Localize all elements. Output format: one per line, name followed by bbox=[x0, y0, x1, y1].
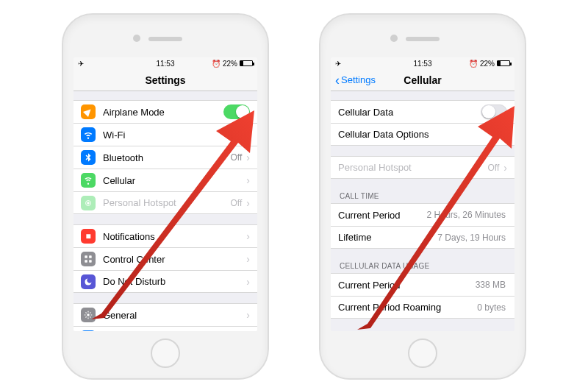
camera-dot bbox=[390, 35, 398, 42]
row-label: Do Not Disturb bbox=[103, 276, 243, 287]
row-label: Personal Hotspot bbox=[103, 197, 231, 208]
display-icon: AA bbox=[81, 330, 96, 331]
svg-point-6 bbox=[87, 313, 90, 316]
screen: ✈ 11:53 ⏰ 22% Settings Airplane Mode bbox=[74, 57, 257, 331]
home-button[interactable] bbox=[151, 338, 180, 368]
row-general[interactable]: General › bbox=[74, 303, 257, 326]
row-value: Off bbox=[488, 163, 500, 173]
battery-pct: 22% bbox=[480, 60, 495, 68]
back-label: Settings bbox=[341, 74, 376, 85]
row-hotspot: Personal Hotspot Off › bbox=[331, 156, 514, 179]
camera-dot bbox=[133, 35, 140, 42]
alarm-icon: ⏰ bbox=[469, 60, 478, 68]
wifi-icon bbox=[81, 127, 96, 142]
svg-rect-2 bbox=[85, 255, 87, 258]
row-notifications[interactable]: ■ Notifications › bbox=[74, 224, 257, 247]
bluetooth-icon bbox=[81, 150, 96, 165]
gear-icon bbox=[81, 308, 96, 322]
chevron-right-icon: › bbox=[246, 129, 250, 141]
row-lifetime: Lifetime 7 Days, 19 Hours bbox=[331, 226, 514, 249]
battery-pct: 22% bbox=[223, 60, 237, 68]
svg-rect-3 bbox=[89, 255, 92, 258]
navbar: Settings bbox=[74, 69, 257, 91]
cellular-data-toggle[interactable] bbox=[481, 104, 507, 119]
navbar: ‹ Settings Cellular bbox=[331, 69, 514, 91]
airplane-status-icon: ✈ bbox=[335, 60, 341, 68]
chevron-right-icon: › bbox=[503, 129, 507, 141]
row-label: Wi-Fi bbox=[103, 130, 231, 141]
row-label: Cellular Data bbox=[338, 107, 481, 118]
battery-icon bbox=[497, 60, 510, 66]
row-cellular[interactable]: Cellular › bbox=[74, 169, 257, 191]
status-bar: ✈ 11:53 ⏰ 22% bbox=[74, 57, 257, 69]
chevron-right-icon: › bbox=[503, 162, 507, 174]
row-bluetooth[interactable]: Bluetooth Off › bbox=[74, 146, 257, 169]
back-button[interactable]: ‹ Settings bbox=[335, 69, 376, 91]
row-current-period-data: Current Period 338 MB bbox=[331, 273, 514, 296]
row-label: Cellular Data Options bbox=[338, 129, 501, 140]
status-time: 11:53 bbox=[136, 60, 194, 68]
group-header-usage: Cellular Data Usage bbox=[331, 259, 514, 273]
row-label: Control Center bbox=[103, 254, 243, 265]
row-airplane-mode[interactable]: Airplane Mode bbox=[74, 100, 257, 123]
airplane-toggle[interactable] bbox=[223, 104, 250, 119]
group-header-apps: Use Cellular Data For: bbox=[331, 329, 514, 331]
row-wifi[interactable]: Wi-Fi Off › bbox=[74, 123, 257, 146]
svg-point-0 bbox=[87, 202, 90, 205]
row-hotspot: Personal Hotspot Off › bbox=[74, 191, 257, 214]
row-label: Airplane Mode bbox=[103, 107, 223, 118]
airplane-icon bbox=[81, 104, 96, 119]
airplane-status-icon: ✈ bbox=[78, 60, 84, 68]
alarm-icon: ⏰ bbox=[212, 60, 220, 68]
row-label: Current Period bbox=[338, 210, 427, 221]
status-bar: ✈ 11:53 ⏰ 22% bbox=[331, 57, 514, 69]
row-label: Bluetooth bbox=[103, 152, 231, 163]
row-value: 0 bytes bbox=[477, 302, 506, 313]
row-control-center[interactable]: Control Center › bbox=[74, 247, 257, 270]
row-label: Personal Hotspot bbox=[338, 162, 488, 173]
chevron-right-icon: › bbox=[246, 253, 250, 265]
speaker-slot bbox=[148, 37, 182, 41]
hotspot-icon bbox=[81, 196, 96, 210]
cellular-list[interactable]: Cellular Data Cellular Data Options › Pe… bbox=[331, 91, 514, 331]
row-value: 7 Days, 19 Hours bbox=[437, 233, 506, 243]
row-label: Lifetime bbox=[338, 232, 437, 243]
row-value: Off bbox=[231, 198, 243, 208]
page-title: Cellular bbox=[404, 74, 441, 86]
chevron-right-icon: › bbox=[246, 197, 250, 209]
home-button[interactable] bbox=[408, 338, 437, 368]
row-cellular-options[interactable]: Cellular Data Options › bbox=[331, 123, 514, 146]
row-cellular-data[interactable]: Cellular Data bbox=[331, 100, 514, 123]
speaker-slot bbox=[406, 37, 440, 41]
row-roaming: Current Period Roaming 0 bytes bbox=[331, 296, 514, 319]
row-dnd[interactable]: Do Not Disturb › bbox=[74, 270, 257, 293]
page-title: Settings bbox=[145, 74, 185, 86]
notifications-icon: ■ bbox=[81, 229, 96, 244]
chevron-right-icon: › bbox=[246, 174, 250, 186]
chevron-left-icon: ‹ bbox=[335, 74, 340, 87]
phone-cellular: ✈ 11:53 ⏰ 22% ‹ Settings Cellular Ce bbox=[319, 13, 526, 380]
screen: ✈ 11:53 ⏰ 22% ‹ Settings Cellular Ce bbox=[331, 57, 514, 331]
row-label: Notifications bbox=[103, 231, 243, 242]
row-value: Off bbox=[231, 130, 243, 140]
svg-rect-4 bbox=[85, 260, 87, 263]
row-value: 338 MB bbox=[476, 280, 506, 290]
row-label: Cellular bbox=[103, 175, 243, 186]
cellular-icon bbox=[81, 173, 96, 188]
row-current-period-call: Current Period 2 Hours, 26 Minutes bbox=[331, 203, 514, 226]
svg-rect-5 bbox=[89, 260, 92, 263]
row-display[interactable]: AA Display & Brightness › bbox=[74, 326, 257, 331]
chevron-right-icon: › bbox=[246, 309, 250, 321]
row-label: Current Period Roaming bbox=[338, 302, 477, 313]
row-value: Off bbox=[231, 152, 243, 163]
row-value: 2 Hours, 26 Minutes bbox=[427, 210, 506, 220]
settings-list[interactable]: Airplane Mode Wi-Fi Off › bbox=[74, 91, 257, 331]
row-label: General bbox=[103, 310, 243, 321]
chevron-right-icon: › bbox=[246, 152, 250, 163]
chevron-right-icon: › bbox=[246, 276, 250, 288]
row-label: Current Period bbox=[338, 280, 476, 291]
chevron-right-icon: › bbox=[246, 230, 250, 242]
group-header-calltime: Call Time bbox=[331, 189, 514, 203]
moon-icon bbox=[81, 274, 96, 289]
control-center-icon bbox=[81, 252, 96, 266]
